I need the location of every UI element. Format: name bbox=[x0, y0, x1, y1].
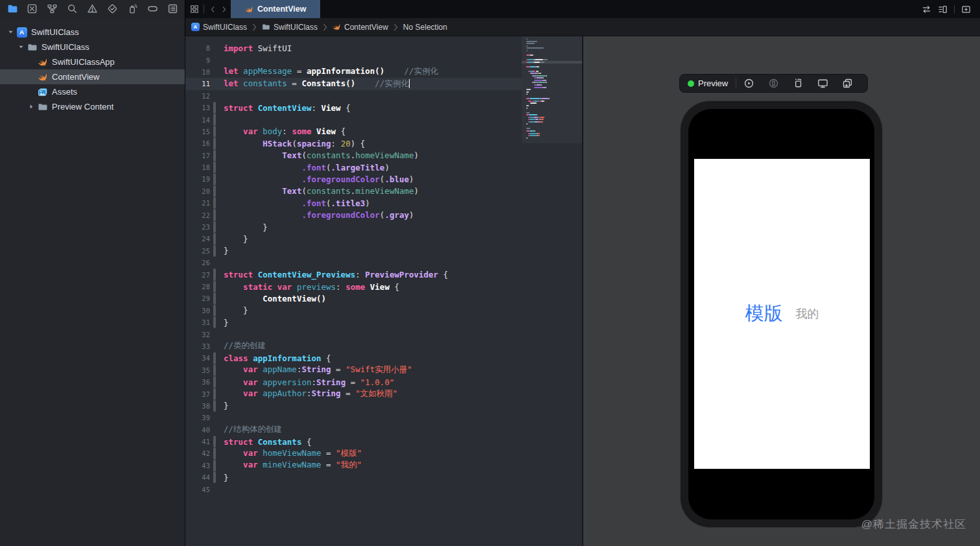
code-review-icon[interactable] bbox=[922, 5, 931, 14]
tab-contentview[interactable]: ContentView bbox=[231, 0, 320, 18]
sidebar-item-contentview[interactable]: ContentView bbox=[0, 69, 185, 84]
minimap-line bbox=[526, 54, 530, 56]
code-line-39[interactable]: 39 bbox=[185, 412, 522, 423]
editor-options-icon[interactable] bbox=[938, 5, 948, 14]
source-control-icon[interactable] bbox=[27, 3, 38, 15]
preview-on-device-button[interactable] bbox=[761, 78, 786, 89]
sidebar-item-assets[interactable]: Assets bbox=[0, 84, 185, 99]
line-number: 36 bbox=[185, 378, 210, 386]
line-number: 44 bbox=[185, 473, 210, 481]
code-text: HStack(spacing: 20) { bbox=[224, 139, 365, 148]
line-number: 26 bbox=[185, 259, 210, 267]
breadcrumb-item-swiftuiclass[interactable]: SwiftUIClass bbox=[262, 23, 318, 32]
code-line-24[interactable]: 24 } bbox=[185, 233, 522, 244]
code-line-35[interactable]: 35 var appName:String = "Swift实用小册" bbox=[185, 364, 522, 376]
line-number: 21 bbox=[185, 199, 210, 207]
minimap-line bbox=[530, 133, 536, 134]
code-line-20[interactable]: 20 Text(constants.mineViewName) bbox=[185, 185, 522, 197]
code-line-38[interactable]: 38} bbox=[185, 400, 522, 412]
breakpoints-icon[interactable] bbox=[146, 3, 158, 15]
code-minimap[interactable] bbox=[522, 36, 582, 546]
minimap-line bbox=[535, 75, 539, 77]
source-control-change-bar bbox=[213, 376, 216, 388]
code-line-41[interactable]: 41struct Constants { bbox=[185, 436, 522, 447]
preview-canvas: Preview 模版 我的 @稀土掘金技术社区 bbox=[583, 36, 980, 546]
code-line-21[interactable]: 21 .font(.title3) bbox=[185, 197, 522, 209]
code-line-9[interactable]: 9 bbox=[185, 54, 522, 65]
sidebar-item-swiftuiclassapp[interactable]: SwiftUIClassApp bbox=[0, 54, 185, 69]
project-navigator-icon[interactable] bbox=[6, 3, 18, 15]
editor-grid-icon[interactable] bbox=[190, 5, 199, 14]
swift-file-icon bbox=[245, 5, 253, 14]
code-line-44[interactable]: 44} bbox=[185, 471, 522, 483]
duplicate-preview-button[interactable] bbox=[835, 78, 859, 89]
code-line-28[interactable]: 28 static var previews: some View { bbox=[185, 281, 522, 292]
debug-icon[interactable] bbox=[126, 3, 138, 15]
symbol-navigator-icon[interactable] bbox=[47, 3, 58, 15]
orientation-button[interactable] bbox=[786, 78, 810, 89]
code-line-36[interactable]: 36 var appversion:String = "1.0.0" bbox=[185, 376, 522, 388]
sidebar-item-swiftuiclass[interactable]: ASwiftUIClass bbox=[0, 25, 185, 40]
code-line-19[interactable]: 19 .foregroundColor(.blue) bbox=[185, 173, 522, 185]
code-line-16[interactable]: 16 HStack(spacing: 20) { bbox=[185, 137, 522, 149]
code-line-10[interactable]: 10let appMessage = appInformation() //实例… bbox=[185, 66, 522, 78]
line-number: 15 bbox=[185, 128, 210, 136]
code-line-18[interactable]: 18 .font(.largeTitle) bbox=[185, 161, 522, 173]
code-line-15[interactable]: 15 var body: some View { bbox=[185, 126, 522, 137]
minimap-line bbox=[540, 75, 546, 77]
code-line-8[interactable]: 8import SwiftUI bbox=[185, 42, 522, 54]
code-line-34[interactable]: 34class appInformation { bbox=[185, 352, 522, 364]
search-icon[interactable] bbox=[67, 3, 78, 15]
code-line-31[interactable]: 31} bbox=[185, 316, 522, 328]
swiftui-preview-view[interactable]: 模版 我的 bbox=[694, 159, 870, 469]
issues-icon[interactable] bbox=[87, 3, 99, 15]
sidebar-item-label: Preview Content bbox=[52, 102, 113, 112]
breadcrumb-item-swiftuiclass[interactable]: ASwiftUIClass bbox=[191, 23, 247, 32]
code-line-13[interactable]: 13struct ContentView: View { bbox=[185, 102, 522, 113]
code-line-25[interactable]: 25} bbox=[185, 245, 522, 257]
code-line-17[interactable]: 17 Text(constants.homeViewName) bbox=[185, 150, 522, 161]
live-preview-button[interactable] bbox=[736, 78, 761, 89]
disclosure-triangle[interactable] bbox=[16, 44, 26, 50]
code-text: var appAuthor:String = "文如秋雨" bbox=[224, 388, 397, 399]
forward-button[interactable] bbox=[220, 5, 228, 14]
disclosure-triangle[interactable] bbox=[5, 29, 16, 35]
code-line-42[interactable]: 42 var homeViewName = "模版" bbox=[185, 447, 522, 459]
minimap-line bbox=[530, 117, 533, 118]
code-line-26[interactable]: 26 bbox=[185, 257, 522, 268]
code-line-23[interactable]: 23 } bbox=[185, 221, 522, 233]
breadcrumb-item-contentview[interactable]: ContentView bbox=[332, 23, 388, 32]
code-text: } bbox=[224, 401, 229, 410]
code-line-30[interactable]: 30 } bbox=[185, 305, 522, 316]
disclosure-triangle[interactable] bbox=[26, 104, 36, 110]
code-line-22[interactable]: 22 .foregroundColor(.gray) bbox=[185, 209, 522, 220]
code-line-32[interactable]: 32 bbox=[185, 328, 522, 340]
back-button[interactable] bbox=[209, 5, 217, 14]
code-line-43[interactable]: 43 var mineViewName = "我的" bbox=[185, 460, 522, 471]
add-editor-icon[interactable] bbox=[961, 5, 971, 14]
device-settings-button[interactable] bbox=[810, 78, 835, 89]
code-line-14[interactable]: 14 bbox=[185, 113, 522, 125]
code-line-37[interactable]: 37 var appAuthor:String = "文如秋雨" bbox=[185, 388, 522, 399]
sidebar-item-preview-content[interactable]: Preview Content bbox=[0, 99, 185, 114]
line-number: 34 bbox=[185, 354, 210, 362]
code-text: let constants = Constants() //实例化 bbox=[224, 78, 410, 89]
code-line-29[interactable]: 29 ContentView() bbox=[185, 292, 522, 304]
reports-icon[interactable] bbox=[167, 3, 178, 15]
app-icon: A bbox=[191, 23, 200, 31]
minimap-line bbox=[526, 47, 544, 49]
tests-icon[interactable] bbox=[106, 3, 118, 15]
sidebar-item-label: Assets bbox=[52, 87, 77, 97]
code-editor[interactable]: 8import SwiftUI910let appMessage = appIn… bbox=[185, 36, 522, 546]
sidebar-item-swiftuiclass[interactable]: SwiftUIClass bbox=[0, 40, 185, 54]
code-line-45[interactable]: 45 bbox=[185, 483, 522, 495]
code-line-40[interactable]: 40//结构体的创建 bbox=[185, 424, 522, 436]
code-line-27[interactable]: 27struct ContentView_Previews: PreviewPr… bbox=[185, 268, 522, 280]
breadcrumb-item-no-selection[interactable]: No Selection bbox=[403, 23, 447, 32]
code-line-12[interactable]: 12 bbox=[185, 90, 522, 102]
line-number: 35 bbox=[185, 366, 210, 374]
source-control-change-bar bbox=[213, 364, 216, 376]
code-line-33[interactable]: 33//类的创建 bbox=[185, 340, 522, 352]
code-line-11[interactable]: 11let constants = Constants() //实例化 bbox=[185, 78, 522, 89]
code-text: } bbox=[224, 222, 268, 232]
